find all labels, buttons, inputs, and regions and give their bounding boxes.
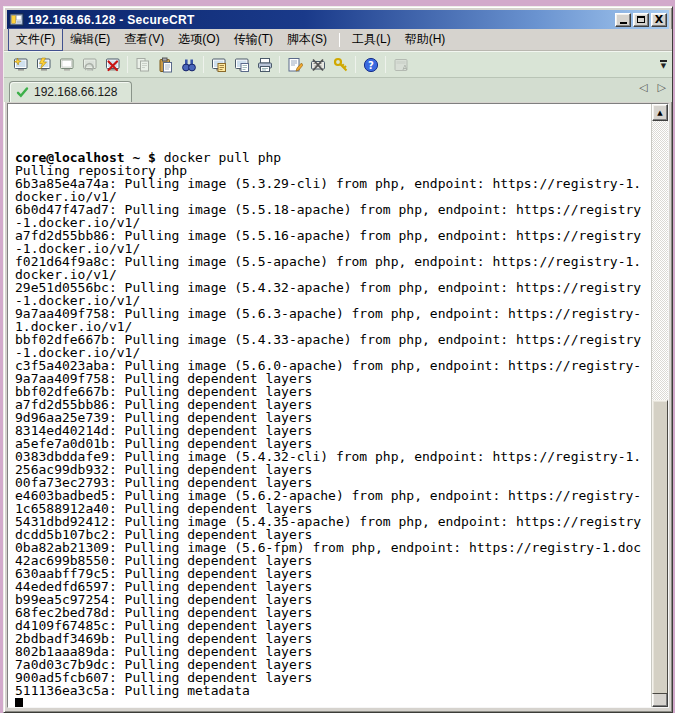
menu-bar: 文件(F)编辑(E)查看(V)选项(O)传输(T)脚本(S)工具(L)帮助(H) — [4, 29, 672, 51]
toolbar-overflow-button[interactable]: ▼ — [658, 56, 669, 72]
toolbar-separator — [385, 56, 386, 73]
menu-separator — [339, 33, 340, 47]
print-button[interactable] — [253, 54, 276, 76]
connect-icon — [36, 57, 52, 73]
svg-text:A: A — [402, 63, 407, 71]
toolbar-separator — [127, 56, 128, 73]
connect-button[interactable] — [32, 54, 55, 76]
copy-button[interactable] — [131, 54, 154, 76]
minimize-button[interactable] — [615, 13, 631, 27]
tab-scroll-right-icon[interactable]: ▷ — [658, 81, 666, 94]
menu-item-options[interactable]: 选项(O) — [171, 29, 226, 50]
connected-check-icon — [16, 86, 29, 99]
vertical-scrollbar[interactable]: ▲ — [651, 104, 668, 707]
toolbar-separator — [203, 56, 204, 73]
minimize-icon — [620, 22, 627, 24]
copy-icon — [135, 57, 151, 73]
title-bar[interactable]: 192.168.66.128 - SecureCRT X — [7, 10, 669, 29]
manage-keys-button[interactable] — [329, 54, 352, 76]
tab-bar: 192.168.66.128 ◁ ▷ — [4, 78, 672, 102]
paste-button[interactable] — [154, 54, 177, 76]
terminal-cursor-line — [15, 697, 651, 707]
maximize-icon — [637, 16, 645, 23]
raw-log-session-icon — [234, 57, 250, 73]
arrow-up-icon: ▲ — [657, 109, 662, 117]
tab-scroll-left-icon[interactable]: ◁ — [639, 81, 647, 94]
close-button[interactable]: X — [651, 13, 667, 27]
app-icon — [9, 12, 24, 27]
menu-item-view[interactable]: 查看(V) — [117, 29, 171, 50]
svg-text:?: ? — [368, 59, 374, 70]
log-session-icon — [211, 57, 227, 73]
connect-in-tab-button[interactable] — [55, 54, 78, 76]
window-title: 192.168.66.128 - SecureCRT — [28, 13, 615, 27]
find-icon — [181, 57, 197, 73]
connect-in-tab-icon — [59, 57, 75, 73]
terminal-area[interactable]: core@localhost ~ $ docker pull phpPullin… — [7, 103, 669, 708]
print-icon — [257, 57, 273, 73]
close-icon: X — [655, 15, 663, 25]
global-options-icon — [310, 57, 326, 73]
help-icon: ? — [363, 57, 379, 73]
menu-item-file[interactable]: 文件(F) — [8, 28, 63, 51]
terminal-output: core@localhost ~ $ docker pull phpPullin… — [8, 104, 651, 707]
securecrt-window: 192.168.66.128 - SecureCRT X 文件(F)编辑(E)查… — [3, 6, 673, 713]
app-window-icon: A — [393, 57, 409, 73]
toolbar: ?A ▼ — [4, 51, 672, 78]
scrollbar-track[interactable] — [652, 121, 668, 690]
find-button[interactable] — [177, 54, 200, 76]
manage-keys-icon — [333, 57, 349, 73]
session-options-button[interactable] — [283, 54, 306, 76]
chevron-down-icon: ▼ — [661, 63, 666, 69]
app-window-button[interactable]: A — [389, 54, 412, 76]
terminal-line: 511136ea3c5a: Pulling metadata — [15, 684, 651, 697]
session-tab[interactable]: 192.168.66.128 — [9, 81, 132, 102]
menu-item-edit[interactable]: 编辑(E) — [63, 29, 117, 50]
reconnect-button[interactable] — [78, 54, 101, 76]
terminal-cursor — [15, 698, 23, 707]
menu-item-help[interactable]: 帮助(H) — [398, 29, 453, 50]
raw-log-session-button[interactable] — [230, 54, 253, 76]
menu-item-transfer[interactable]: 传输(T) — [227, 29, 280, 50]
quick-connect-button[interactable] — [9, 54, 32, 76]
menu-item-tools[interactable]: 工具(L) — [345, 29, 398, 50]
disconnect-button[interactable] — [101, 54, 124, 76]
scrollbar-up-button[interactable]: ▲ — [652, 104, 668, 121]
help-button[interactable]: ? — [359, 54, 382, 76]
global-options-button[interactable] — [306, 54, 329, 76]
session-tab-label: 192.168.66.128 — [34, 85, 117, 99]
reconnect-icon — [82, 57, 98, 73]
disconnect-icon — [105, 57, 121, 73]
log-session-button[interactable] — [207, 54, 230, 76]
paste-icon — [158, 57, 174, 73]
session-options-icon — [287, 57, 303, 73]
menu-item-script[interactable]: 脚本(S) — [280, 29, 334, 50]
toolbar-separator — [355, 56, 356, 73]
toolbar-separator — [279, 56, 280, 73]
scrollbar-thumb[interactable] — [652, 400, 668, 694]
maximize-button[interactable] — [633, 13, 649, 27]
quick-connect-icon — [13, 57, 29, 73]
